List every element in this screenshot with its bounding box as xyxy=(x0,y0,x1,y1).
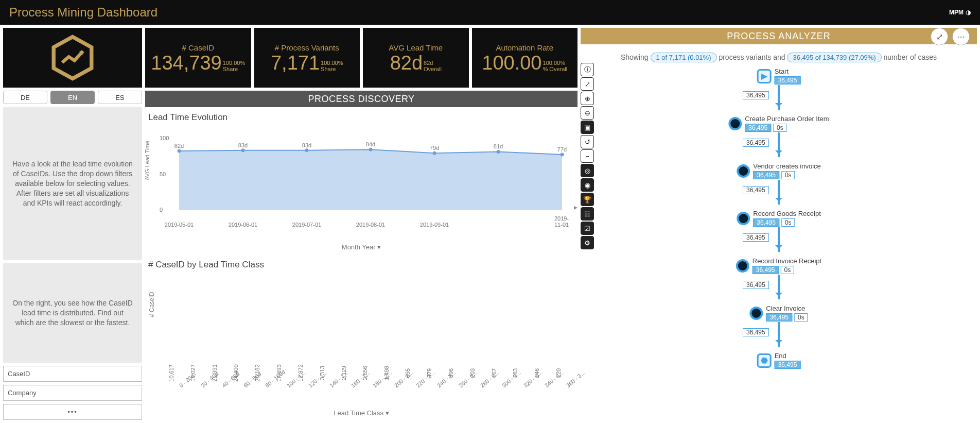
more-options-button[interactable]: ⋯ xyxy=(952,28,970,45)
chart-title-leadtime: Lead Time Evolution xyxy=(145,110,577,124)
kpi-card-2: AVG Lead Time 82d 82dOverall xyxy=(363,28,469,88)
variant-pill[interactable]: 1 of 7,171 (0.01%) xyxy=(651,53,717,62)
lang-es[interactable]: ES xyxy=(98,91,142,104)
flow-step-4[interactable]: Record Invoice Receipt36,4950s xyxy=(736,257,821,274)
filter-company[interactable]: Company xyxy=(3,385,142,401)
hex-chart-icon xyxy=(49,34,96,81)
flow-step-2[interactable]: Vendor creates invoice36,4950s xyxy=(737,162,821,179)
focus-mode-button[interactable]: ⤢ xyxy=(931,28,948,45)
analyzer-summary: Showing 1 of 7,171 (0.01%) process varia… xyxy=(581,44,977,65)
gear-icon[interactable]: ⚙ xyxy=(581,236,594,249)
title-bar: Process Mining Dashboard MPM◑ xyxy=(0,0,980,25)
flow-step-3[interactable]: Record Goods Receipt36,4950s xyxy=(737,210,821,227)
reset-icon[interactable]: ↺ xyxy=(581,135,594,148)
lang-de[interactable]: DE xyxy=(3,91,47,104)
node2-icon[interactable]: ◉ xyxy=(581,178,594,192)
filter-caseid[interactable]: CaseID xyxy=(3,366,142,382)
stats-icon[interactable]: ☷ xyxy=(581,207,594,221)
select-icon[interactable]: ⌐ xyxy=(581,149,594,163)
analyzer-header: PROCESS ANALYZER xyxy=(581,28,977,44)
svg-point-3 xyxy=(178,149,181,153)
area-footer[interactable]: Month Year xyxy=(145,242,577,254)
trophy-icon[interactable]: 🏆 xyxy=(581,193,594,206)
fit-icon[interactable]: ▣ xyxy=(581,121,594,134)
page-title: Process Mining Dashboard xyxy=(9,5,157,20)
info-icon[interactable]: ⓘ xyxy=(581,63,594,76)
info-text-1: Have a look at the lead time evolution o… xyxy=(3,107,142,260)
bar-chart[interactable]: 10,617 0 - 20d 15,027 20 - 40d 21,991 40… xyxy=(168,274,574,380)
kpi-card-1: # Process Variants 7,171 100.00%Share xyxy=(254,28,360,88)
svg-point-8 xyxy=(497,150,500,154)
svg-point-5 xyxy=(305,148,309,152)
flow-step-1[interactable]: Create Purchase Order Item36,4950s xyxy=(728,115,829,132)
filter-more[interactable]: ••• xyxy=(3,404,142,420)
expand-icon[interactable]: ⤢ xyxy=(581,77,594,91)
brand-logo: MPM◑ xyxy=(949,9,971,16)
chart-title-bars: # CaseID by Lead Time Class xyxy=(145,258,577,271)
svg-point-9 xyxy=(561,153,564,156)
bar-footer[interactable]: Lead Time Class xyxy=(145,408,577,420)
area-ylabel: AVG Lead Time xyxy=(144,141,150,180)
svg-point-4 xyxy=(241,148,245,152)
zoom-out-icon[interactable]: ⊖ xyxy=(581,106,594,120)
language-tabs: DE EN ES xyxy=(3,91,142,104)
process-flow[interactable]: ▶ Start36,495 36,495 Create Purchase Ord… xyxy=(712,67,846,397)
bar-ylabel: # CaseID xyxy=(148,292,155,317)
logo-card xyxy=(3,28,142,88)
svg-point-7 xyxy=(433,151,436,155)
zoom-in-icon[interactable]: ⊕ xyxy=(581,92,594,105)
flow-step-5[interactable]: Clear Invoice36,4950s xyxy=(749,304,808,322)
cases-pill[interactable]: 36,495 of 134,739 (27.09%) xyxy=(787,53,881,62)
svg-point-6 xyxy=(369,148,373,151)
check-icon[interactable]: ☑ xyxy=(581,222,594,235)
info-text-2: On the right, you see how the CaseID lea… xyxy=(3,263,142,363)
node1-icon[interactable]: ◎ xyxy=(581,164,594,177)
side-expand-icon[interactable]: ▸ xyxy=(574,203,577,211)
lang-en[interactable]: EN xyxy=(50,91,95,104)
flow-step-6[interactable]: ⬣ End36,495 xyxy=(757,352,801,369)
kpi-card-3: Automation Rate 100.00 100.00%% Overall xyxy=(472,28,578,88)
discovery-header: PROCESS DISCOVERY xyxy=(145,91,577,107)
kpi-card-0: # CaseID 134,739 100.00%Share xyxy=(145,28,251,88)
flow-step-0[interactable]: ▶ Start36,495 xyxy=(757,67,801,84)
